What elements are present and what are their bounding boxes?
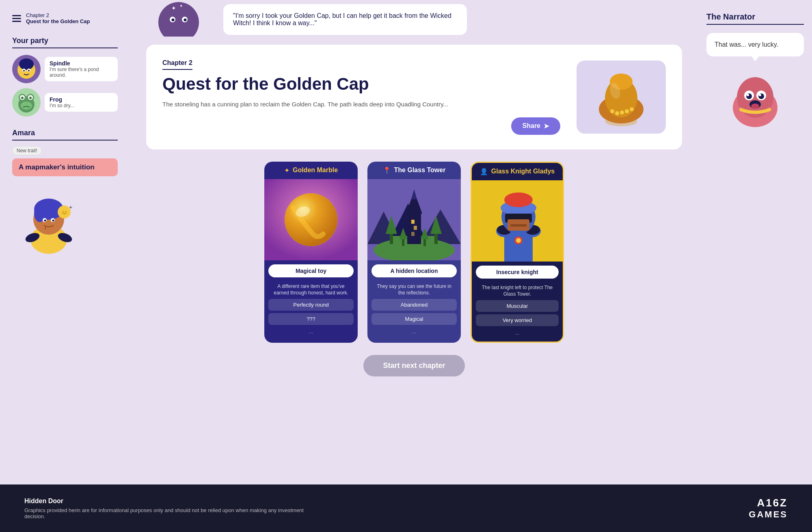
card-glass-tower[interactable]: 📍 The Glass Tower [367, 162, 461, 343]
spindle-avatar [12, 55, 41, 83]
svg-point-12 [29, 97, 32, 99]
svg-point-39 [615, 111, 619, 115]
svg-point-22 [44, 220, 46, 222]
svg-point-40 [620, 110, 624, 115]
svg-point-5 [28, 70, 30, 71]
amara-title: Amara [12, 129, 118, 141]
glass-tower-attr-1: Abandoned [371, 299, 457, 311]
chapter-card-text: Chapter 2 Quest for the Golden Cap The s… [162, 59, 560, 135]
svg-point-89 [747, 94, 749, 96]
amara-character: 😊 + [12, 183, 85, 256]
main-content: Chapter 2 Quest for the Golden Cap Your … [0, 0, 812, 484]
svg-point-11 [21, 97, 24, 99]
svg-point-80 [504, 192, 533, 207]
golden-marble-icon: ✦ [284, 167, 289, 174]
footer: Hidden Door Graphics provided herin are … [0, 484, 812, 532]
glass-knight-attr-1: Muscular [476, 300, 559, 312]
stoneling-top: ✦ ✦ [146, 0, 211, 37]
share-button[interactable]: Share ➤ [511, 117, 560, 135]
svg-point-23 [52, 220, 54, 222]
glass-tower-icon: 📍 [383, 167, 391, 174]
glass-knight-icon: 👤 [480, 168, 488, 175]
footer-disclaimer: Graphics provided herin are for informat… [24, 507, 309, 519]
svg-text:✦: ✦ [171, 5, 176, 11]
share-icon: ➤ [544, 122, 549, 130]
glass-knight-attr-2: Very worried [476, 314, 559, 326]
svg-text:😊: 😊 [61, 209, 67, 215]
footer-brand: Hidden Door [24, 497, 309, 505]
nav-header: Chapter 2 Quest for the Golden Cap [12, 12, 118, 24]
glass-tower-desc: They say you can see the future in the r… [371, 281, 457, 299]
start-next-chapter-button[interactable]: Start next chapter [363, 355, 464, 376]
svg-point-47 [285, 193, 337, 246]
glass-tower-attr-2: Magical [371, 313, 457, 325]
svg-text:✦: ✦ [179, 4, 183, 8]
glass-tower-image [367, 179, 461, 260]
golden-marble-tag: Magical toy [268, 264, 354, 277]
svg-point-4 [23, 70, 25, 71]
golden-marble-attr-2: ??? [268, 313, 354, 325]
glass-tower-body: A hidden location They say you can see t… [367, 260, 461, 341]
speech-text: "I'm sorry I took your Golden Cap, but I… [233, 12, 451, 26]
svg-point-41 [625, 109, 629, 113]
frog-quote: I'm so dry... [50, 103, 113, 108]
svg-point-27 [158, 2, 199, 37]
your-party-title: Your party [12, 37, 118, 48]
glass-tower-tag: A hidden location [371, 264, 457, 277]
spindle-name: Spindle [50, 60, 113, 67]
glass-knight-title: Glass Knight Gladys [491, 168, 555, 175]
golden-marble-attr-1: Perfectly round [268, 299, 354, 311]
svg-point-1 [19, 58, 34, 70]
glass-tower-title: The Glass Tower [394, 167, 446, 174]
narrator-title: The Narrator [706, 12, 804, 25]
svg-rect-67 [414, 226, 417, 230]
golden-marble-image [264, 179, 358, 260]
chapter-desc: The stoneling has a cunning plan to recl… [162, 100, 560, 109]
card-glass-knight[interactable]: 👤 Glass Knight Gladys [471, 162, 564, 343]
svg-point-38 [610, 109, 614, 113]
card-golden-marble[interactable]: ✦ Golden Marble [264, 162, 358, 343]
glass-knight-dots: ... [476, 329, 559, 337]
party-member-spindle: Spindle I'm sure there's a pond around. [12, 55, 118, 83]
golden-marble-title: Golden Marble [293, 167, 338, 174]
svg-point-30 [172, 19, 175, 22]
svg-point-13 [21, 102, 32, 110]
narrator-character [727, 63, 784, 128]
nav-quest: Quest for the Golden Cap [26, 18, 90, 24]
footer-text-block: Hidden Door Graphics provided herin are … [24, 497, 309, 519]
chapter-title: Quest for the Golden Cap [162, 75, 560, 93]
right-sidebar: The Narrator That was... very lucky. [698, 0, 812, 484]
chapter-label: Chapter 2 [162, 59, 192, 70]
frog-name: Frog [50, 96, 113, 103]
footer-logo: A16Z GAMES [749, 497, 788, 520]
hamburger-button[interactable] [12, 15, 21, 22]
chapter-image [577, 61, 666, 134]
card-glass-tower-header: 📍 The Glass Tower [367, 162, 461, 179]
left-sidebar: Chapter 2 Quest for the Golden Cap Your … [0, 0, 130, 484]
glass-knight-image [472, 180, 563, 262]
card-golden-marble-header: ✦ Golden Marble [264, 162, 358, 179]
amara-trait: A mapmaker's intuition [12, 158, 118, 176]
spindle-quote: I'm sure there's a pond around. [50, 67, 113, 78]
share-label: Share [523, 122, 540, 130]
nav-chapter: Chapter 2 [26, 12, 90, 18]
golden-marble-body: Magical toy A different rare item that y… [264, 260, 358, 341]
svg-point-92 [751, 104, 759, 108]
party-member-frog: Frog I'm so dry... [12, 88, 118, 117]
svg-point-82 [516, 238, 521, 243]
glass-knight-tag: Insecure knight [476, 266, 559, 279]
speech-bubble: "I'm sorry I took your Golden Cap, but I… [223, 4, 467, 35]
new-trait-badge: New trait! [12, 146, 42, 155]
glass-tower-dots: ... [371, 327, 457, 336]
cards-row: ✦ Golden Marble [146, 162, 682, 343]
narrator-bubble: That was... very lucky. [706, 33, 804, 56]
svg-text:+: + [69, 204, 72, 210]
chapter-card: Chapter 2 Quest for the Golden Cap The s… [146, 45, 682, 149]
svg-rect-66 [411, 220, 415, 224]
top-area: ✦ ✦ "I'm sorry I took your Golden Cap, b… [146, 0, 682, 37]
amara-section: Amara New trait! A mapmaker's intuition [12, 129, 118, 257]
svg-point-42 [630, 107, 634, 111]
glass-knight-desc: The last knight left to protect The Glas… [476, 282, 559, 301]
frog-info: Frog I'm so dry... [45, 93, 118, 112]
glass-knight-body: Insecure knight The last knight left to … [472, 262, 563, 342]
